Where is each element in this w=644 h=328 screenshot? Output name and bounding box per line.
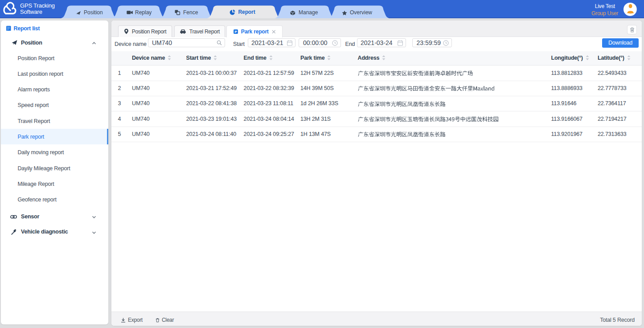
svg-text:Software: Software	[20, 8, 42, 15]
svg-text:Live Test: Live Test	[595, 3, 615, 9]
svg-text:Group User: Group User	[591, 10, 618, 16]
svg-text:Manage: Manage	[299, 9, 318, 16]
svg-text:Position: Position	[84, 9, 103, 16]
svg-text:Overview: Overview	[350, 9, 372, 16]
svg-text:Replay: Replay	[135, 9, 152, 16]
svg-text:Fence: Fence	[183, 9, 198, 16]
svg-text:Report: Report	[238, 9, 255, 16]
